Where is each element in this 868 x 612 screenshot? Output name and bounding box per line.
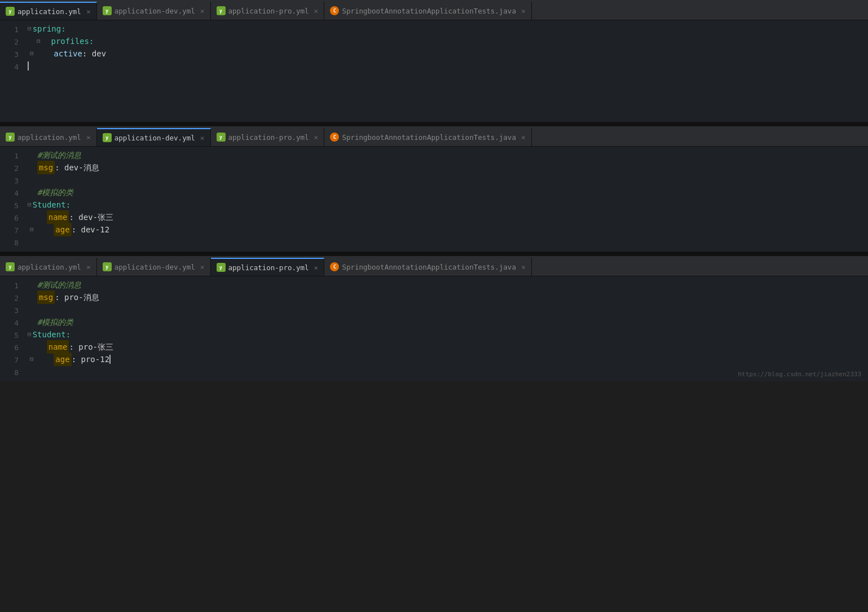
highlight-key: msg (37, 161, 55, 174)
code-line: #测试的消息 (28, 279, 868, 291)
close-icon[interactable]: × (200, 263, 205, 271)
tab-application-pro-yml[interactable]: y application-pro.yml × (211, 2, 325, 20)
line-number: 5 (0, 329, 19, 342)
close-icon[interactable]: × (314, 263, 319, 272)
text-cursor (109, 355, 111, 364)
yaml-icon: y (217, 133, 226, 142)
fold-icon[interactable]: ⊟ (28, 23, 32, 35)
code-line (28, 236, 868, 248)
fold-sub2-icon[interactable]: ⊟ (30, 353, 34, 366)
key-teal: spring: (33, 23, 66, 35)
tab-bar-1: y application.yml × y application-dev.ym… (0, 0, 868, 20)
line-number: 7 (0, 224, 19, 237)
code-area-2[interactable]: 12345678 #测试的消息 msg: dev-消息 #模拟的类⊟Studen… (0, 147, 868, 252)
close-icon[interactable]: × (200, 7, 205, 15)
tab-bar-2: y application.yml × y application-dev.ym… (0, 126, 868, 147)
tab-label: SpringbootAnnotationApplicationTests.jav… (342, 133, 516, 142)
tab-springbootannotationapplicationtests-java[interactable]: C SpringbootAnnotationApplicationTests.j… (324, 258, 531, 276)
close-icon[interactable]: × (200, 134, 205, 142)
line-number: 1 (0, 24, 19, 36)
line-number: 3 (0, 305, 19, 317)
code-line: ⊟spring: (28, 23, 868, 35)
code-line (28, 60, 868, 72)
line-number: 6 (0, 342, 19, 354)
fold-icon[interactable]: ⊟ (28, 328, 32, 341)
close-icon[interactable]: × (86, 263, 91, 271)
highlight-key: msg (37, 290, 55, 304)
editor-panel-1: y application.yml × y application-dev.ym… (0, 0, 868, 126)
code-line: ⊟Student: (28, 328, 868, 341)
yaml-icon: y (103, 133, 112, 142)
tab-application-dev-yml[interactable]: y application-dev.yml × (97, 128, 211, 146)
yaml-icon: y (217, 6, 226, 15)
code-content-3[interactable]: #测试的消息 msg: pro-消息 #模拟的类⊟Student: name: … (25, 279, 868, 379)
yaml-icon: y (6, 133, 15, 142)
line-numbers-1: 1234 (0, 23, 25, 120)
comment: #模拟的类 (37, 316, 73, 328)
yaml-icon: y (103, 6, 112, 15)
line-number: 2 (0, 292, 19, 305)
highlight-key: name (47, 340, 69, 354)
fold-sub2-icon[interactable]: ⊟ (30, 223, 34, 236)
close-icon[interactable]: × (521, 263, 526, 271)
value: : pro-张三 (69, 341, 113, 353)
key-teal: profiles: (51, 35, 94, 47)
java-icon: C (330, 133, 339, 142)
line-number: 6 (0, 212, 19, 224)
code-line: #模拟的类 (28, 316, 868, 328)
tab-label: application-dev.yml (114, 134, 195, 142)
value: : pro-消息 (55, 291, 99, 303)
tab-application-pro-yml[interactable]: y application-pro.yml × (211, 128, 325, 146)
line-numbers-2: 12345678 (0, 149, 25, 249)
tab-label: application-pro.yml (228, 263, 309, 272)
code-area-1[interactable]: 1234 ⊟spring:⊟ profiles:⊟ active: dev (0, 20, 868, 122)
code-line: msg: pro-消息 (28, 291, 868, 303)
tab-application-yml[interactable]: y application.yml × (0, 258, 97, 276)
tab-label: application-dev.yml (114, 263, 195, 271)
line-number: 4 (0, 61, 19, 73)
code-line: ⊟ age: dev-12 (28, 223, 868, 236)
code-line: ⊟ active: dev (28, 47, 868, 60)
code-line: ⊟ profiles: (28, 35, 868, 47)
editor-panel-3: y application.yml × y application-dev.ym… (0, 256, 868, 381)
tab-label: application.yml (17, 7, 81, 16)
fold-icon[interactable]: ⊟ (28, 199, 32, 211)
tab-application-yml[interactable]: y application.yml × (0, 128, 97, 146)
tab-application-pro-yml[interactable]: y application-pro.yml × (211, 258, 325, 276)
fold-sub-icon[interactable]: ⊟ (37, 35, 41, 47)
tab-label: application.yml (17, 133, 81, 142)
close-icon[interactable]: × (521, 133, 526, 142)
code-line: name: pro-张三 (28, 341, 868, 353)
close-icon[interactable]: × (86, 7, 91, 16)
value: : dev-12 (72, 223, 109, 236)
code-content-2[interactable]: #测试的消息 msg: dev-消息 #模拟的类⊟Student: name: … (25, 149, 868, 249)
tab-application-dev-yml[interactable]: y application-dev.yml × (97, 258, 211, 276)
tab-label: application-dev.yml (114, 7, 195, 15)
line-numbers-3: 12345678 (0, 279, 25, 379)
tab-springbootannotationapplicationtests-java[interactable]: C SpringbootAnnotationApplicationTests.j… (324, 128, 531, 146)
key-teal: Student: (33, 328, 71, 341)
java-icon: C (330, 6, 339, 15)
close-icon[interactable]: × (314, 7, 319, 15)
code-content-1[interactable]: ⊟spring:⊟ profiles:⊟ active: dev (25, 23, 868, 120)
tab-springbootannotationapplicationtests-java[interactable]: C SpringbootAnnotationApplicationTests.j… (324, 2, 531, 20)
tab-application-yml[interactable]: y application.yml × (0, 2, 97, 20)
line-number: 8 (0, 237, 19, 249)
close-icon[interactable]: × (521, 7, 526, 15)
code-line: #模拟的类 (28, 186, 868, 199)
value: : dev-张三 (69, 211, 113, 223)
tab-application-dev-yml[interactable]: y application-dev.yml × (97, 2, 211, 20)
highlight-key: age (54, 223, 71, 236)
close-icon[interactable]: × (86, 133, 91, 142)
code-area-3[interactable]: 12345678 #测试的消息 msg: pro-消息 #模拟的类⊟Studen… (0, 276, 868, 381)
tab-label: SpringbootAnnotationApplicationTests.jav… (342, 263, 516, 271)
comment: #测试的消息 (37, 149, 81, 161)
text-cursor (28, 61, 29, 71)
code-line: #测试的消息 (28, 149, 868, 161)
line-number: 5 (0, 200, 19, 212)
fold-sub2-icon[interactable]: ⊟ (30, 47, 34, 60)
close-icon[interactable]: × (314, 133, 319, 142)
line-number: 2 (0, 36, 19, 49)
tab-label: application-pro.yml (228, 133, 309, 142)
java-icon: C (330, 262, 339, 271)
